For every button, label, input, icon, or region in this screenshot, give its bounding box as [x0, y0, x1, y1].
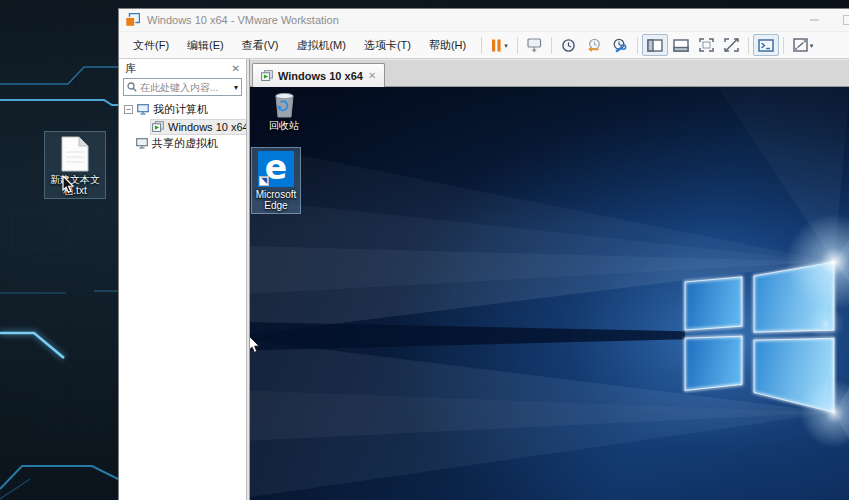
search-icon: [127, 82, 137, 92]
tree-item-my-computer[interactable]: − 我的计算机: [119, 101, 246, 118]
recycle-bin-label: 回收站: [269, 120, 299, 131]
toolbar-unity-mode-button[interactable]: [719, 34, 744, 56]
tree-item-windows-10-x64[interactable]: Windows 10 x64: [119, 118, 246, 135]
tab-bar: Windows 10 x64 ✕: [250, 59, 849, 87]
revert-snapshot-icon: [586, 38, 602, 53]
window-content: 库 ✕ ▾ −: [119, 59, 849, 500]
vm-running-icon: [261, 70, 273, 82]
pause-icon: [491, 39, 502, 52]
menubar: 文件(F) 编辑(E) 查看(V) 虚拟机(M) 选项卡(T) 帮助(H) ▾: [119, 32, 849, 59]
toolbar-separator: [783, 37, 784, 54]
desktop-text-file-icon[interactable]: 新建文本文 档.txt: [44, 131, 106, 199]
maximize-button[interactable]: [843, 15, 849, 25]
toolbar-revert-snapshot-button[interactable]: [581, 34, 607, 56]
recycle-bin-glyph-icon: [271, 89, 298, 118]
recycle-bin-icon[interactable]: 回收站: [259, 89, 309, 131]
menu-edit[interactable]: 编辑(E): [178, 33, 233, 58]
shortcut-arrow-icon: ◥: [259, 176, 269, 186]
chevron-down-icon: ▾: [504, 42, 508, 49]
library-close-button[interactable]: ✕: [232, 64, 240, 74]
toolbar-separator: [637, 37, 638, 54]
menu-tabs[interactable]: 选项卡(T): [355, 33, 420, 58]
vm-guest-screen[interactable]: 回收站 e ◥ Microsoft Edge: [250, 87, 849, 500]
chevron-down-icon: ▾: [810, 42, 814, 49]
toolbar: ▾: [477, 34, 818, 56]
toolbar-separator: [481, 37, 482, 54]
snapshot-manager-icon: [612, 38, 628, 53]
guest-mouse-cursor-icon: [250, 335, 261, 354]
toolbar-pause-button[interactable]: ▾: [486, 34, 513, 56]
toolbar-console-view-button[interactable]: [753, 34, 779, 56]
edge-shortcut-icon[interactable]: e ◥ Microsoft Edge: [251, 147, 301, 214]
vmware-logo-icon: [125, 13, 140, 27]
vmware-workstation-window: Windows 10 x64 - VMware Workstation 文件(F…: [118, 8, 849, 500]
stretch-guest-icon: [793, 38, 808, 52]
show-library-panel-icon: [647, 39, 663, 52]
toolbar-fullscreen-button[interactable]: [694, 34, 719, 56]
menu-file[interactable]: 文件(F): [124, 33, 178, 58]
edge-tile-icon: e ◥: [258, 151, 294, 187]
toolbar-separator: [748, 37, 749, 54]
toolbar-separator: [551, 37, 552, 54]
host-wallpaper-circuit-lines: [0, 0, 135, 500]
library-title: 库: [125, 61, 136, 76]
screen: 新建文本文 档.txt Windows 10 x64 - VMware Work…: [0, 0, 849, 500]
tab-windows-10-x64[interactable]: Windows 10 x64 ✕: [252, 63, 385, 87]
windows10-hero-wallpaper: [250, 87, 849, 500]
tab-close-icon[interactable]: ✕: [368, 70, 376, 81]
library-sidebar: 库 ✕ ▾ −: [119, 59, 246, 500]
edge-label: Microsoft Edge: [256, 189, 297, 211]
main-area: Windows 10 x64 ✕: [250, 59, 849, 500]
snapshot-clock-icon: [561, 38, 576, 53]
show-thumbnail-bar-icon: [673, 39, 689, 52]
desktop-file-label: 新建文本文 档.txt: [50, 174, 100, 196]
search-dropdown-icon[interactable]: ▾: [234, 83, 238, 92]
window-controls: [810, 9, 849, 31]
send-ctrl-alt-del-icon: [527, 38, 542, 53]
computer-icon: [137, 104, 149, 115]
library-header: 库 ✕: [119, 59, 246, 78]
host-mouse-cursor-icon: [62, 175, 75, 194]
tree-label: 共享的虚拟机: [152, 136, 218, 151]
shared-vms-icon: [136, 138, 148, 149]
toolbar-snapshot-manager-button[interactable]: [607, 34, 633, 56]
toolbar-take-snapshot-button[interactable]: [556, 34, 581, 56]
unity-mode-icon: [724, 38, 739, 52]
toolbar-separator: [517, 37, 518, 54]
console-view-icon: [758, 39, 774, 52]
tree-label: 我的计算机: [153, 102, 208, 117]
tree-item-shared-vms[interactable]: 共享的虚拟机: [119, 135, 246, 152]
search-input[interactable]: [140, 82, 231, 93]
fullscreen-icon: [699, 38, 714, 52]
library-search-box[interactable]: ▾: [123, 78, 242, 96]
window-title: Windows 10 x64 - VMware Workstation: [147, 14, 339, 26]
toolbar-show-library-button[interactable]: [642, 34, 668, 56]
menu-view[interactable]: 查看(V): [233, 33, 288, 58]
vm-running-icon: [152, 121, 164, 133]
library-tree: − 我的计算机: [119, 100, 246, 152]
minimize-button[interactable]: [810, 19, 819, 21]
text-document-icon: [60, 136, 90, 172]
menu-help[interactable]: 帮助(H): [420, 33, 475, 58]
toolbar-send-ctrl-alt-del-button[interactable]: [522, 34, 547, 56]
window-titlebar[interactable]: Windows 10 x64 - VMware Workstation: [119, 9, 849, 32]
toolbar-stretch-guest-button[interactable]: ▾: [788, 34, 819, 56]
collapse-toggle-icon[interactable]: −: [124, 105, 133, 114]
toolbar-show-thumbnail-bar-button[interactable]: [668, 34, 694, 56]
tree-label: Windows 10 x64: [168, 121, 249, 133]
menu-vm[interactable]: 虚拟机(M): [287, 33, 355, 58]
tab-label: Windows 10 x64: [278, 70, 363, 82]
